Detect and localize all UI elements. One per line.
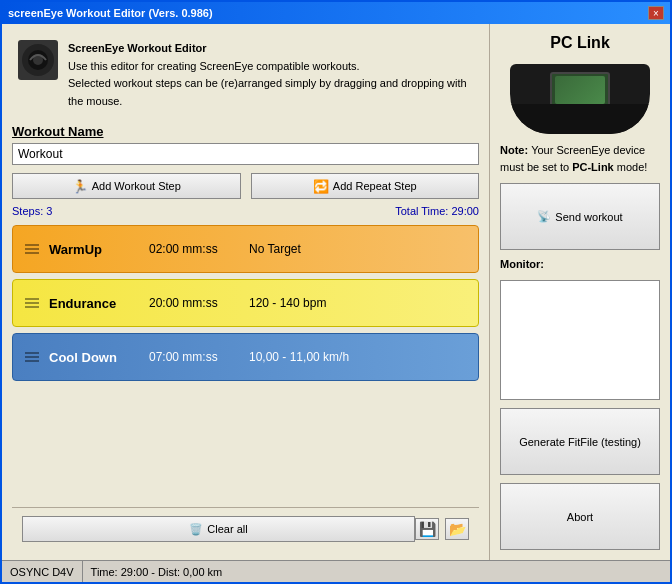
header-line1: Use this editor for creating ScreenEye c…	[68, 58, 473, 76]
workout-name-section: Workout Name	[12, 124, 479, 165]
monitor-box	[500, 280, 660, 400]
add-workout-step-label: Add Workout Step	[92, 180, 181, 192]
send-icon: 📡	[537, 210, 551, 223]
header-text: ScreenEye Workout Editor Use this editor…	[68, 40, 473, 110]
total-time: Total Time: 29:00	[395, 205, 479, 217]
left-panel: ScreenEye Workout Editor Use this editor…	[2, 24, 490, 560]
steps-count: Steps: 3	[12, 205, 52, 217]
step-name-cooldown: Cool Down	[49, 350, 139, 365]
step-item-endurance[interactable]: Endurance 20:00 mm:ss 120 - 140 bpm	[12, 279, 479, 327]
step-target-cooldown: 10,00 - 11,00 km/h	[249, 350, 349, 364]
app-title: ScreenEye Workout Editor	[68, 40, 473, 58]
add-repeat-step-button[interactable]: 🔁 Add Repeat Step	[251, 173, 480, 199]
monitor-label: Monitor:	[500, 258, 660, 270]
status-right: Time: 29:00 - Dist: 0,00 km	[83, 561, 231, 582]
step-duration-warmup: 02:00 mm:ss	[149, 242, 239, 256]
visor-brim	[510, 104, 650, 134]
step-duration-endurance: 20:00 mm:ss	[149, 296, 239, 310]
note-prefix: Note:	[500, 144, 531, 156]
generate-fitfile-label: Generate FitFile (testing)	[519, 436, 641, 448]
send-workout-label: Send workout	[555, 211, 622, 223]
window-content: ScreenEye Workout Editor Use this editor…	[2, 24, 670, 560]
pc-link-title: PC Link	[500, 34, 660, 52]
step-buttons-row: 🏃 Add Workout Step 🔁 Add Repeat Step	[12, 173, 479, 199]
bottom-bar: 🗑️ Clear all 💾 📂	[12, 507, 479, 550]
bottom-icons: 💾 📂	[415, 518, 469, 540]
app-logo	[18, 40, 58, 80]
visor-screen	[550, 72, 610, 107]
clear-all-label: Clear all	[207, 523, 247, 535]
save-icon: 💾	[419, 521, 436, 537]
abort-button[interactable]: Abort	[500, 483, 660, 550]
status-left: OSYNC D4V	[2, 561, 83, 582]
open-button[interactable]: 📂	[445, 518, 469, 540]
drag-handle-endurance	[25, 298, 39, 308]
step-target-endurance: 120 - 140 bpm	[249, 296, 326, 310]
drag-handle-warmup	[25, 244, 39, 254]
steps-list: WarmUp 02:00 mm:ss No Target Endurance 2…	[12, 225, 479, 501]
close-button[interactable]: ×	[648, 6, 664, 20]
title-bar: screenEye Workout Editor (Vers. 0.986) ×	[2, 2, 670, 24]
header-section: ScreenEye Workout Editor Use this editor…	[12, 34, 479, 116]
open-icon: 📂	[449, 521, 466, 537]
step-name-warmup: WarmUp	[49, 242, 139, 257]
header-line2: Selected workout steps can be (re)arrang…	[68, 75, 473, 110]
add-workout-step-button[interactable]: 🏃 Add Workout Step	[12, 173, 241, 199]
workout-name-input[interactable]	[12, 143, 479, 165]
clear-icon: 🗑️	[189, 523, 203, 536]
main-window: screenEye Workout Editor (Vers. 0.986) ×…	[0, 0, 672, 584]
save-button[interactable]: 💾	[415, 518, 439, 540]
send-workout-button[interactable]: 📡 Send workout	[500, 183, 660, 250]
step-duration-cooldown: 07:00 mm:ss	[149, 350, 239, 364]
generate-fitfile-button[interactable]: Generate FitFile (testing)	[500, 408, 660, 475]
drag-handle-cooldown	[25, 352, 39, 362]
visor-image	[510, 64, 650, 134]
step-item-cooldown[interactable]: Cool Down 07:00 mm:ss 10,00 - 11,00 km/h	[12, 333, 479, 381]
note-text: Note: Your ScreenEye device must be set …	[500, 142, 660, 175]
repeat-icon: 🔁	[313, 179, 329, 194]
clear-all-button[interactable]: 🗑️ Clear all	[22, 516, 415, 542]
right-panel: PC Link Note: Your ScreenEye device must…	[490, 24, 670, 560]
abort-label: Abort	[567, 511, 593, 523]
run-icon: 🏃	[72, 179, 88, 194]
add-repeat-step-label: Add Repeat Step	[333, 180, 417, 192]
step-item-warmup[interactable]: WarmUp 02:00 mm:ss No Target	[12, 225, 479, 273]
title-bar-text: screenEye Workout Editor (Vers. 0.986)	[8, 7, 213, 19]
workout-name-label: Workout Name	[12, 124, 479, 139]
step-name-endurance: Endurance	[49, 296, 139, 311]
step-target-warmup: No Target	[249, 242, 301, 256]
note-mode: PC-Link	[572, 161, 614, 173]
visor-screen-inner	[555, 76, 605, 104]
steps-info: Steps: 3 Total Time: 29:00	[12, 205, 479, 217]
status-bar: OSYNC D4V Time: 29:00 - Dist: 0,00 km	[2, 560, 670, 582]
note-suffix: mode!	[614, 161, 648, 173]
